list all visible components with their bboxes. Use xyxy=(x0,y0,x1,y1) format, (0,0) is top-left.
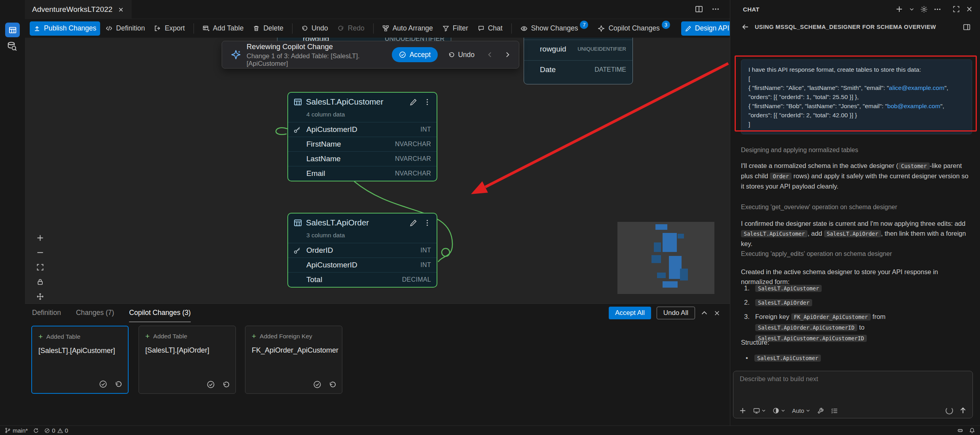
undo-all-button[interactable]: Undo All xyxy=(657,307,695,319)
minimap[interactable] xyxy=(617,222,714,294)
copilot-changes-button[interactable]: Copilot Changes 3 xyxy=(594,21,674,36)
editor-more-icon[interactable] xyxy=(712,5,720,13)
zoom-in-button[interactable] xyxy=(33,231,47,244)
zoom-out-button[interactable] xyxy=(33,246,47,259)
branch-indicator[interactable]: main* xyxy=(5,427,28,434)
trash-icon xyxy=(253,25,260,32)
screen-context-selector[interactable] xyxy=(753,407,766,414)
table-row[interactable]: rowguid UNIQUEIDENTIFIER xyxy=(524,40,632,58)
schema-canvas[interactable]: rowguid UNIQUEIDENTIFIER rowguid UNIQUEI… xyxy=(25,38,730,303)
copilot-status-icon[interactable] xyxy=(957,427,963,434)
table-title: SalesLT.ApiCustomer xyxy=(306,97,406,107)
chevron-down-icon[interactable] xyxy=(909,7,914,12)
revert-change-icon[interactable] xyxy=(329,380,336,389)
change-card-apiorder[interactable]: +Added Table [SalesLT].[ApiOrder] xyxy=(139,326,236,394)
revert-change-icon[interactable] xyxy=(114,380,122,388)
table-row[interactable]: Date DATETIME xyxy=(524,60,632,78)
database-search-icon[interactable] xyxy=(7,41,17,52)
undo-button[interactable]: Undo xyxy=(297,21,332,36)
publish-changes-button[interactable]: Publish Changes xyxy=(30,21,100,36)
lock-canvas-button[interactable] xyxy=(33,275,47,288)
next-change-button[interactable] xyxy=(504,51,511,58)
table-row[interactable]: ApiCustomerID INT xyxy=(288,122,437,137)
accept-change-icon[interactable] xyxy=(313,380,321,389)
eye-icon xyxy=(520,25,528,32)
sparkle-icon xyxy=(598,25,605,32)
gear-icon[interactable] xyxy=(920,6,928,13)
maximize-panel-icon[interactable] xyxy=(953,6,960,13)
accept-change-button[interactable]: Accept xyxy=(392,47,438,62)
chat-button[interactable]: Chat xyxy=(474,21,507,36)
mode-selector[interactable]: Auto xyxy=(792,407,810,414)
open-in-editor-icon[interactable] xyxy=(963,23,971,31)
auto-arrange-button[interactable]: Auto Arrange xyxy=(378,21,437,36)
chat-panel-title: CHAT xyxy=(743,6,760,13)
close-chat-icon[interactable] xyxy=(966,6,973,13)
model-theme-selector[interactable] xyxy=(773,407,785,414)
close-panel-icon[interactable] xyxy=(714,310,720,317)
chat-input-box[interactable]: Auto xyxy=(733,371,973,418)
attach-context-icon[interactable] xyxy=(739,407,746,414)
prev-change-button[interactable] xyxy=(486,51,494,58)
tool-call-text: Executing 'get_overview' operation on sc… xyxy=(741,204,897,211)
minimap-tile xyxy=(651,255,661,263)
new-chat-icon[interactable] xyxy=(895,5,903,13)
tab-definition[interactable]: Definition xyxy=(32,304,61,322)
filter-button[interactable]: Filter xyxy=(439,21,472,36)
sync-indicator[interactable] xyxy=(33,428,39,433)
rules-icon[interactable] xyxy=(831,407,838,414)
schema-designer-icon[interactable] xyxy=(5,23,20,37)
edit-table-button[interactable] xyxy=(410,219,417,227)
table-row[interactable]: OrderID INT xyxy=(288,243,437,258)
pan-mode-button[interactable] xyxy=(33,290,47,303)
notifications-bell-icon[interactable] xyxy=(969,427,975,434)
chat-input[interactable] xyxy=(740,375,961,383)
split-editor-icon[interactable] xyxy=(695,5,703,13)
accept-all-button[interactable]: Accept All xyxy=(609,307,651,319)
column-name: Email xyxy=(306,169,395,178)
edit-table-button[interactable] xyxy=(410,98,417,106)
export-button[interactable]: Export xyxy=(150,21,189,36)
tab-copilot-changes[interactable]: Copilot Changes (3) xyxy=(129,304,191,322)
accept-change-icon[interactable] xyxy=(99,380,107,388)
change-kind: Added Table xyxy=(153,333,187,340)
tab-changes[interactable]: Changes (7) xyxy=(76,304,114,322)
table-fragment[interactable]: rowguid UNIQUEIDENTIFIER Date DATETIME xyxy=(524,38,633,84)
table-row[interactable]: Total DECIMAL xyxy=(288,272,437,287)
change-card-apicustomer[interactable]: +Added Table [SalesLT].[ApiCustomer] xyxy=(31,326,129,394)
table-row[interactable]: Email NVARCHAR xyxy=(288,166,437,181)
collapse-panel-icon[interactable] xyxy=(701,309,708,317)
send-icon[interactable] xyxy=(959,406,967,414)
tab-close-icon[interactable] xyxy=(118,7,124,13)
tab-adventureworks[interactable]: AdventureWorksLT2022 xyxy=(25,0,131,19)
fit-view-button[interactable] xyxy=(33,260,47,274)
more-actions-icon[interactable] xyxy=(934,6,941,13)
back-icon[interactable] xyxy=(741,23,749,31)
table-card-apicustomer[interactable]: SalesLT.ApiCustomer 4 column data ApiCus… xyxy=(287,92,437,181)
delete-button[interactable]: Delete xyxy=(249,21,287,36)
table-card-apiorder[interactable]: SalesLT.ApiOrder 3 column data OrderID I… xyxy=(287,213,437,288)
change-card-foreignkey[interactable]: +Added Foreign Key FK_ApiOrder_ApiCustom… xyxy=(245,326,342,394)
table-menu-button[interactable] xyxy=(424,219,431,227)
user-message: I have this API response format, create … xyxy=(741,59,972,134)
revert-change-icon[interactable] xyxy=(222,380,230,389)
table-menu-button[interactable] xyxy=(424,98,431,106)
design-api-button[interactable]: Design API xyxy=(681,21,733,36)
add-table-button[interactable]: Add Table xyxy=(199,21,248,36)
filter-icon xyxy=(443,25,449,32)
column-type: NVARCHAR xyxy=(395,170,431,177)
table-row[interactable]: ApiCustomerID INT xyxy=(288,258,437,272)
problems-indicator[interactable]: 0 0 xyxy=(44,427,68,434)
show-changes-button[interactable]: Show Changes 7 xyxy=(517,21,593,36)
table-row[interactable]: LastName NVARCHAR xyxy=(288,151,437,166)
tools-icon[interactable] xyxy=(817,407,824,414)
undo-change-button[interactable]: Undo xyxy=(448,51,475,59)
change-title: FK_ApiOrder_ApiCustomer xyxy=(252,346,336,355)
export-icon xyxy=(154,25,161,32)
table-row[interactable]: FirstName NVARCHAR xyxy=(288,137,437,151)
column-name: Date xyxy=(540,65,594,74)
mode-label: Auto xyxy=(792,407,804,414)
working-spinner xyxy=(946,407,953,414)
definition-button[interactable]: Definition xyxy=(102,21,149,36)
accept-change-icon[interactable] xyxy=(207,380,215,389)
